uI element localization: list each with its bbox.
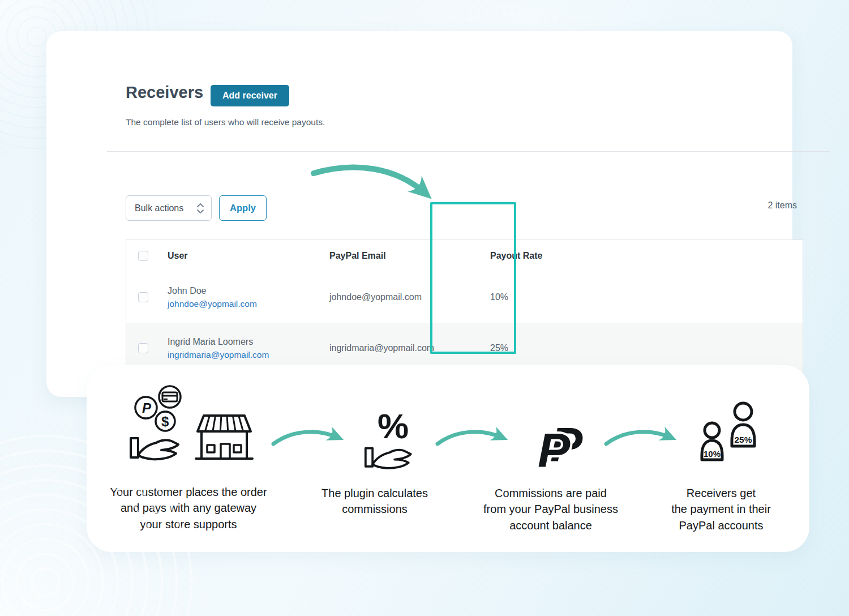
select-all-checkbox[interactable]	[138, 251, 148, 261]
receiver-person-small: 10%	[702, 423, 722, 460]
percent-glyph: %	[378, 407, 409, 446]
payout-rate-cell: 10%	[490, 292, 630, 302]
add-receiver-button[interactable]: Add receiver	[211, 85, 289, 106]
paypal-email-cell: johndoe@yopmail.com	[329, 292, 490, 302]
user-profile-link[interactable]: ingridmaria@yopmail.com	[168, 350, 329, 360]
receivers-table: User PayPal Email Payout Rate John Doe j…	[126, 239, 803, 374]
column-header-user: User	[168, 251, 329, 261]
header-divider	[107, 151, 830, 152]
credit-card-icon	[159, 386, 181, 408]
bulk-actions-label: Bulk actions	[135, 203, 183, 213]
column-header-payout-rate: Payout Rate	[490, 251, 630, 261]
receiver-rate-badge: 10%	[704, 449, 721, 459]
table-header-row: User PayPal Email Payout Rate	[126, 240, 803, 272]
how-it-works-panel: P $	[87, 365, 809, 552]
row-checkbox[interactable]	[138, 343, 148, 353]
hand-icon	[131, 438, 178, 459]
payout-rate-cell: 25%	[490, 343, 630, 353]
dollar-coin-icon: $	[156, 412, 175, 431]
step-caption: Your customer places the orderand pays w…	[92, 484, 285, 532]
step-caption: Receivers getthe payment in theirPayPal …	[653, 485, 789, 533]
step-caption: Commissions are paidfrom your PayPal bus…	[471, 485, 630, 533]
paypal-coin-icon: P	[135, 397, 157, 418]
paypal-front-p-glyph: P	[538, 423, 571, 477]
step-arrow-icon	[435, 424, 508, 449]
dollar-glyph: $	[161, 414, 169, 429]
step-arrow-icon	[603, 424, 677, 449]
bulk-actions-select[interactable]: Bulk actions	[126, 195, 212, 221]
column-header-paypal-email: PayPal Email	[329, 251, 490, 261]
paypal-email-cell: ingridmaria@yopmail.com	[329, 343, 490, 353]
store-icon	[196, 416, 252, 459]
chevron-up-down-icon	[196, 202, 204, 215]
user-profile-link[interactable]: johndoe@yopmail.com	[168, 299, 329, 309]
page-subtitle: The complete list of users who will rece…	[126, 117, 325, 127]
page-title: Receivers	[126, 83, 203, 102]
items-count: 2 items	[755, 200, 797, 211]
step-caption: The plugin calculatescommissions	[301, 485, 448, 517]
receiver-person-large: 25%	[732, 403, 754, 446]
user-name: Ingrid Maria Loomers	[168, 337, 329, 347]
paypal-p-glyph: P	[142, 400, 152, 416]
receiver-rate-badge: 25%	[734, 435, 752, 444]
paypal-logo-icon: P P	[532, 416, 594, 473]
percent-hand-icon: %	[359, 409, 427, 474]
receivers-people-icon: 10% 25%	[686, 396, 777, 470]
receivers-card: Receivers Add receiver The complete list…	[46, 31, 792, 397]
table-row: John Doe johndoe@yopmail.com johndoe@yop…	[126, 272, 803, 323]
payment-methods-icon: P $	[129, 386, 254, 463]
apply-button[interactable]: Apply	[219, 195, 267, 221]
user-name: John Doe	[168, 286, 329, 296]
step-arrow-icon	[271, 424, 344, 449]
row-checkbox[interactable]	[138, 292, 148, 302]
annotation-arrow-icon	[310, 160, 443, 208]
